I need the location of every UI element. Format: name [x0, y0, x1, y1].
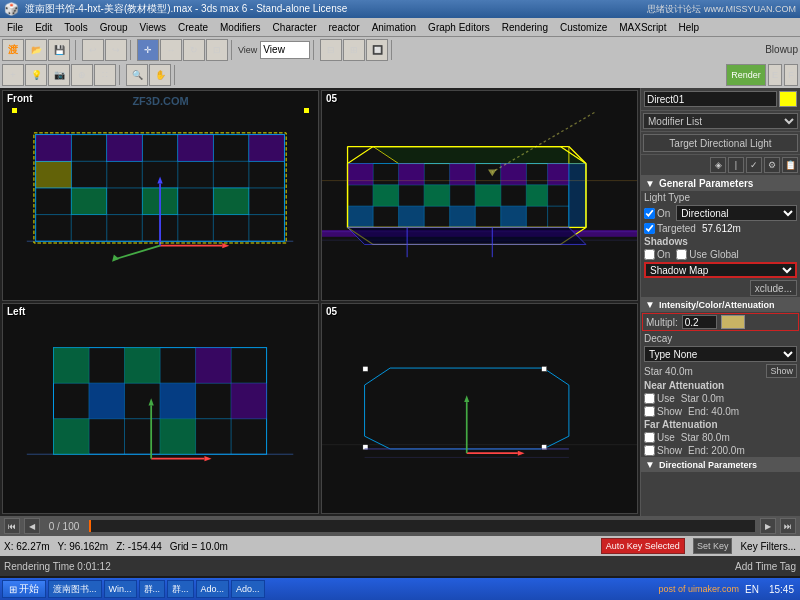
menu-tools[interactable]: Tools [59, 21, 92, 34]
shadow-map-dropdown[interactable]: Shadow Map [644, 262, 797, 278]
rp-far-use-row: Use Star 80.0m [641, 431, 800, 444]
rp-directional-params-header[interactable]: ▼ Directional Parameters [641, 457, 800, 472]
start-button[interactable]: ⊞ 开始 [2, 580, 46, 598]
light-btn[interactable]: 💡 [25, 64, 47, 86]
taskbar-item-0[interactable]: 渡南图书... [48, 580, 102, 598]
menu-rendering[interactable]: Rendering [497, 21, 553, 34]
menu-views[interactable]: Views [135, 21, 172, 34]
app-icon: 🎲 [4, 2, 19, 16]
menu-graph[interactable]: Graph Editors [423, 21, 495, 34]
near-use-checkbox[interactable] [644, 393, 655, 404]
array-button[interactable]: ⊞ [343, 39, 365, 61]
particle-btn[interactable]: ∷ [94, 64, 116, 86]
menu-create[interactable]: Create [173, 21, 213, 34]
svg-marker-100 [518, 451, 525, 456]
object-name-input[interactable]: Direct01 [644, 91, 777, 107]
rp-icon-btn4[interactable]: ⚙ [764, 157, 780, 173]
save-button[interactable]: 💾 [48, 39, 70, 61]
select-button[interactable]: ✛ [137, 39, 159, 61]
target-light-button[interactable]: Target Directional Light [643, 134, 798, 152]
far-atten-label: Far Attenuation [644, 419, 718, 430]
near-show-checkbox[interactable] [644, 406, 655, 417]
menu-reactor[interactable]: reactor [324, 21, 365, 34]
menu-modifiers[interactable]: Modifiers [215, 21, 266, 34]
camera-btn[interactable]: 📷 [48, 64, 70, 86]
rotate-button[interactable]: ↻ [183, 39, 205, 61]
svg-rect-47 [373, 185, 399, 206]
taskbar-item-3[interactable]: 群... [167, 580, 194, 598]
create-btn[interactable]: + [2, 64, 24, 86]
rp-icon-btn2[interactable]: | [728, 157, 744, 173]
use-global-checkbox[interactable] [676, 249, 687, 260]
rp-intensity-header[interactable]: ▼ Intensity/Color/Attenuation [641, 297, 800, 312]
taskbar-item-2[interactable]: 群... [139, 580, 166, 598]
viewport-persp[interactable]: 05 [321, 90, 638, 301]
render-btn[interactable]: Render [726, 64, 766, 86]
undo-button[interactable]: ↩ [82, 39, 104, 61]
menu-file[interactable]: File [2, 21, 28, 34]
taskbar-item-4[interactable]: Ado... [196, 580, 230, 598]
zoom-btn[interactable]: 🔍 [126, 64, 148, 86]
timeline-play-back-btn[interactable]: ⏮ [4, 518, 20, 534]
viewport-bottom[interactable]: 05 [321, 303, 638, 514]
modifier-list-dropdown[interactable]: Modifier List [643, 113, 798, 129]
redo-button[interactable]: ↪ [105, 39, 127, 61]
pan-btn[interactable]: ✋ [149, 64, 171, 86]
far-show-checkbox[interactable] [644, 445, 655, 456]
svg-rect-93 [363, 366, 368, 371]
autokey-button[interactable]: Auto Key Selected [601, 538, 685, 554]
rp-icon-btn3[interactable]: ✓ [746, 157, 762, 173]
start-icon: ⊞ [9, 584, 17, 595]
snap-button[interactable]: 🔲 [366, 39, 388, 61]
timeline-bar[interactable] [88, 519, 756, 533]
timeline-step-fwd-btn[interactable]: ▶ [760, 518, 776, 534]
viewport-left[interactable]: Left [2, 303, 319, 514]
new-button[interactable]: 渡 [2, 39, 24, 61]
status-keyfilters[interactable]: Key Filters... [740, 541, 796, 552]
menu-help[interactable]: Help [673, 21, 704, 34]
rendereffects-btn[interactable]: F [784, 64, 798, 86]
svg-rect-14 [249, 134, 285, 161]
rp-icon-btn1[interactable]: ◈ [710, 157, 726, 173]
rp-decay-start-row: Star 40.0m Show [641, 363, 800, 379]
multiplier-input[interactable] [682, 315, 717, 329]
targeted-checkbox[interactable] [644, 223, 655, 234]
targeted-label: Targeted [657, 223, 696, 234]
decay-show-button[interactable]: Show [766, 364, 797, 378]
multiplier-color-swatch[interactable] [721, 315, 745, 329]
renderenv-btn[interactable]: E [768, 64, 782, 86]
timeline-play-fwd-btn[interactable]: ⏭ [780, 518, 796, 534]
rp-directional-arrow: ▼ [645, 459, 655, 470]
object-color-swatch[interactable] [779, 91, 797, 107]
rp-icon-btn5[interactable]: 📋 [782, 157, 798, 173]
far-use-checkbox[interactable] [644, 432, 655, 443]
near-use-label: Use [657, 393, 675, 404]
helper-btn[interactable]: ⊕ [71, 64, 93, 86]
toolbar: 渡 📂 💾 ↩ ↪ ✛ ↔ ↻ ⊡ View ⊟ ⊞ 🔲 Blowup [0, 36, 800, 62]
light-type-dropdown[interactable]: Directional [676, 205, 797, 221]
exclude-button[interactable]: xclude... [750, 280, 797, 296]
menu-edit[interactable]: Edit [30, 21, 57, 34]
shadow-on-checkbox[interactable] [644, 249, 655, 260]
rp-general-params-header[interactable]: ▼ General Parameters [641, 176, 800, 191]
taskbar-item-1[interactable]: Win... [104, 580, 137, 598]
move-button[interactable]: ↔ [160, 39, 182, 61]
timeline-step-back-btn[interactable]: ◀ [24, 518, 40, 534]
add-time-tag[interactable]: Add Time Tag [735, 561, 796, 572]
taskbar-item-5[interactable]: Ado... [231, 580, 265, 598]
decay-type-dropdown[interactable]: Type None [644, 346, 797, 362]
menu-character[interactable]: Character [268, 21, 322, 34]
open-button[interactable]: 📂 [25, 39, 47, 61]
mirror-button[interactable]: ⊟ [320, 39, 342, 61]
viewport-front[interactable]: Front ZF3D.COM [2, 90, 319, 301]
sep-t3 [174, 65, 178, 85]
menu-animation[interactable]: Animation [367, 21, 421, 34]
menu-group[interactable]: Group [95, 21, 133, 34]
status-x: X: 62.27m [4, 541, 50, 552]
light-on-checkbox[interactable] [644, 208, 655, 219]
setkey-button[interactable]: Set Key [693, 538, 733, 554]
view-input[interactable] [260, 41, 310, 59]
menu-maxscript[interactable]: MAXScript [614, 21, 671, 34]
menu-customize[interactable]: Customize [555, 21, 612, 34]
scale-button[interactable]: ⊡ [206, 39, 228, 61]
